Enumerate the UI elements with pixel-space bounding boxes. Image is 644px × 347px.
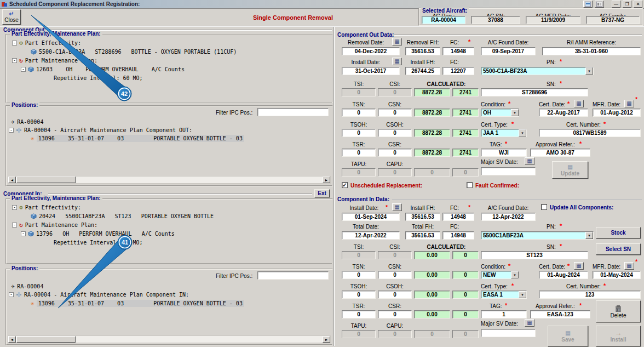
in-condition-combobox[interactable]: NEW ▼ <box>481 271 519 279</box>
in-tsoh-field[interactable]: 0 <box>342 291 376 299</box>
in-approval-field[interactable]: EASA-123 <box>530 310 590 318</box>
in-tree-root[interactable]: ✈ RA-00004 <box>11 283 43 290</box>
in-found-date-field[interactable]: 12-Apr-2022 <box>481 213 536 221</box>
dropdown-arrow-icon[interactable]: ▼ <box>511 109 519 116</box>
out-tree-root[interactable]: ✈ RA-00004 <box>11 118 43 126</box>
major-sv-date-field[interactable] <box>481 167 536 175</box>
in-mfr-date-calendar-button[interactable]: ▦ <box>624 262 634 270</box>
update-button[interactable]: ▤ Update <box>552 161 588 179</box>
sn-field[interactable]: ST288696 <box>481 88 588 96</box>
in-tree-leaf[interactable]: ✳ 13096 35-31-01-07 03 PORTABLE OXYGEN B… <box>31 300 244 307</box>
approval-field[interactable]: AMO 30-87 <box>530 149 590 157</box>
tag-field[interactable]: WJI <box>481 149 527 157</box>
ac-reg-field[interactable]: RA-00004 <box>422 16 465 24</box>
collapse-icon[interactable]: - <box>21 231 26 236</box>
collapse-icon[interactable]: - <box>12 41 17 45</box>
out-plan-node[interactable]: - ↻ Part Maintenance Plan: <box>12 57 97 64</box>
ext-button[interactable]: Ext <box>314 189 330 197</box>
update-all-components-checkbox[interactable] <box>541 204 547 210</box>
csr-field[interactable]: 0 <box>378 149 412 157</box>
install-button[interactable]: → Install <box>596 326 641 346</box>
out-effectivity-item[interactable]: 5500-C1A-BF23A ST288696 BOTTLE - OXYGEN … <box>31 48 237 55</box>
scroll-right-icon[interactable]: ► <box>323 336 330 343</box>
dropdown-arrow-icon[interactable]: ▼ <box>519 129 526 136</box>
cert-number-field[interactable]: 0817WB1589 <box>539 129 641 137</box>
in-tsn-field[interactable]: 0 <box>342 271 376 279</box>
in-effectivity-item[interactable]: 20424 5500C1ABF23A ST123 PORTABLE OXYGEN… <box>31 213 214 220</box>
in-positions-hscrollbar[interactable]: ◄ ► <box>8 335 331 343</box>
out-tree-node[interactable]: - RA-00004 - Aircraft Maintenance Plan C… <box>9 127 192 134</box>
in-effectivity-node[interactable]: - ⚙ Part Effectivity: <box>12 204 81 211</box>
collapse-icon[interactable]: - <box>21 67 26 72</box>
scrollbar-thumb[interactable] <box>16 336 76 343</box>
collapse-icon[interactable]: - <box>12 205 17 210</box>
scrollbar-thumb[interactable] <box>16 177 76 183</box>
out-filter-ipc-input[interactable] <box>257 108 329 116</box>
maximize-button[interactable]: ❐ <box>623 1 631 8</box>
in-plan-item[interactable]: - 13796 OH PERFORM OVERHAUL A/C Counts <box>21 230 175 237</box>
pn-combobox[interactable]: 5500-C1A-BF23A ▼ <box>481 67 594 75</box>
in-install-date-field[interactable]: 01-Sep-2024 <box>342 213 400 221</box>
cert-type-combobox[interactable]: JAA 1 ▼ <box>481 129 527 137</box>
major-sv-calendar-button[interactable]: ▦ <box>525 157 534 165</box>
csn-field[interactable]: 0 <box>378 109 412 117</box>
in-install-date-calendar-button[interactable]: ▦ <box>392 203 402 211</box>
stock-button[interactable]: Stock <box>596 227 641 238</box>
in-cert-type-combobox[interactable]: EASA 1 ▼ <box>481 291 527 299</box>
close-button[interactable]: ↵ Close <box>2 9 21 25</box>
in-tree-leaf-text[interactable]: 13096 35-31-01-07 03 PORTABLE OXYGEN BOT… <box>37 300 244 307</box>
csoh-field[interactable]: 0 <box>378 129 412 137</box>
install-fh-field[interactable]: 26744.25 <box>405 67 440 75</box>
install-fc-field[interactable]: 12207 <box>442 67 474 75</box>
unscheduled-replacement-checkbox[interactable]: ✓ <box>342 182 348 188</box>
out-positions-hscrollbar[interactable]: ◄ ► <box>8 176 331 184</box>
titlebar-tool-icon-2[interactable] <box>595 1 604 8</box>
removal-date-field[interactable]: 04-Dec-2022 <box>342 47 400 55</box>
install-date-calendar-button[interactable]: ▦ <box>392 58 402 65</box>
dropdown-arrow-icon[interactable]: ▼ <box>519 291 526 298</box>
in-csoh-field[interactable]: 0 <box>378 291 412 299</box>
save-button[interactable]: ▤ Save <box>548 326 588 346</box>
in-csn-field[interactable]: 0 <box>378 271 412 279</box>
dropdown-arrow-icon[interactable]: ▼ <box>585 67 593 75</box>
cert-date-calendar-button[interactable]: ▦ <box>574 100 584 107</box>
in-tag-field[interactable]: 1 <box>481 310 527 318</box>
tsoh-field[interactable]: 0 <box>342 129 376 137</box>
total-fc-field[interactable]: 14948 <box>442 231 474 240</box>
titlebar-tool-icon-1[interactable] <box>583 1 593 8</box>
out-tree-leaf[interactable]: ✳ 13096 35-31-01-07 03 PORTABLE OXYGEN B… <box>31 135 244 142</box>
out-tree-leaf-text[interactable]: 13096 35-31-01-07 03 PORTABLE OXYGEN BOT… <box>37 135 244 142</box>
in-major-sv-calendar-button[interactable]: ▦ <box>525 319 534 327</box>
removal-fc-field[interactable]: 14948 <box>442 47 474 55</box>
found-date-field[interactable]: 09-Sep-2017 <box>481 47 536 55</box>
scroll-left-icon[interactable]: ◄ <box>8 336 16 343</box>
collapse-icon[interactable]: - <box>12 58 17 63</box>
mfr-date-calendar-button[interactable]: ▦ <box>624 100 634 107</box>
in-tsr-field[interactable]: 0 <box>342 310 376 318</box>
delete-button[interactable]: Delete <box>596 300 641 322</box>
in-tree-node[interactable]: - RA-00004 - Aircraft Maintenance Plan C… <box>9 291 189 298</box>
in-sn-field[interactable]: ST123 <box>481 251 588 259</box>
mfr-date-field[interactable]: 01-Aug-2012 <box>593 109 641 117</box>
in-mfr-date-field[interactable]: 01-May-2024 <box>593 271 641 279</box>
out-effectivity-node[interactable]: - ⚙ Part Effectivity: <box>12 39 81 47</box>
scroll-right-icon[interactable]: ► <box>323 177 330 183</box>
dropdown-arrow-icon[interactable]: ▼ <box>585 232 593 239</box>
tsn-field[interactable]: 0 <box>342 109 376 117</box>
tsr-field[interactable]: 0 <box>342 149 376 157</box>
amm-reference-field[interactable]: 35-31-01-960 <box>542 47 641 55</box>
collapse-icon[interactable]: - <box>9 292 14 297</box>
cert-date-field[interactable]: 22-Aug-2017 <box>539 109 588 117</box>
collapse-icon[interactable]: - <box>9 128 14 133</box>
fault-confirmed-checkbox[interactable] <box>467 182 473 188</box>
in-cert-number-field[interactable]: 123 <box>539 291 641 299</box>
total-date-field[interactable]: 12-Apr-2022 <box>342 231 400 240</box>
in-cert-date-field[interactable]: 01-Aug-2024 <box>539 271 588 279</box>
select-sn-button[interactable]: Select SN <box>596 243 641 255</box>
in-plan-node[interactable]: - ↻ Part Maintenance Plan: <box>12 221 97 229</box>
install-date-field[interactable]: 31-Oct-2017 <box>342 67 400 75</box>
in-filter-ipc-input[interactable] <box>257 271 329 280</box>
in-csr-field[interactable]: 0 <box>378 310 412 318</box>
removal-fh-field[interactable]: 35616.53 <box>405 47 440 55</box>
in-major-sv-date-field[interactable] <box>481 329 536 337</box>
